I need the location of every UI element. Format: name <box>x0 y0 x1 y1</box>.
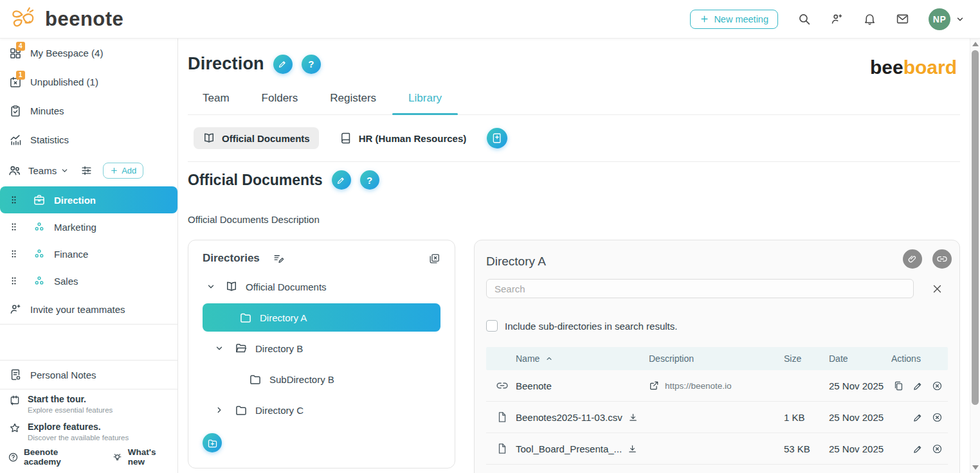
avatar[interactable]: NP <box>929 8 950 30</box>
chevron-right-icon[interactable] <box>215 406 224 415</box>
column-header-name[interactable]: Name <box>516 353 649 364</box>
scrollbar-down-arrow[interactable] <box>972 465 979 470</box>
invite-label: Invite your teammates <box>30 304 125 315</box>
table-row: Tool_Board_Presenta_... 53 KB 25 Nov 202… <box>486 433 948 465</box>
team-row-sales[interactable]: Sales <box>0 267 177 294</box>
external-link-icon[interactable] <box>649 380 659 391</box>
beenote-academy-link[interactable]: Beenote academy <box>8 447 90 467</box>
tree-row-directory-a[interactable]: Directory A <box>203 303 440 332</box>
library-item-label: HR (Human Resources) <box>359 133 467 144</box>
collapse-panel-icon[interactable] <box>428 253 440 265</box>
messages-mail-icon[interactable] <box>896 12 909 26</box>
pencil-icon <box>278 59 287 69</box>
edit-library-button[interactable] <box>332 170 351 190</box>
sidebar-item-my-beespace[interactable]: 4 My Beespace (4) <box>0 39 177 67</box>
book-plus-icon <box>491 132 503 144</box>
delete-button[interactable] <box>932 380 943 391</box>
tab-registers[interactable]: Registers <box>330 92 376 105</box>
team-help-button[interactable]: ? <box>302 55 321 74</box>
calendar-plus-icon <box>9 395 21 406</box>
library-help-button[interactable]: ? <box>360 170 379 190</box>
delete-button[interactable] <box>932 443 943 454</box>
attach-file-button[interactable] <box>903 249 922 269</box>
team-row-direction[interactable]: Direction <box>0 186 177 213</box>
search-input[interactable] <box>486 279 914 298</box>
delete-button[interactable] <box>932 412 943 423</box>
edit-button[interactable] <box>912 412 923 423</box>
top-bar-actions: New meeting NP <box>690 8 980 30</box>
tree-row-subdirectory-b[interactable]: SubDirectory B <box>203 364 440 395</box>
notifications-bell-icon[interactable] <box>863 12 876 26</box>
add-library-button[interactable] <box>487 128 507 148</box>
whats-new-label: What's new <box>128 447 170 467</box>
bee-logo-icon <box>9 6 39 33</box>
include-subdirectories-checkbox[interactable] <box>486 320 498 332</box>
tab-library[interactable]: Library <box>408 92 442 105</box>
sidebar-item-unpublished[interactable]: 1 Unpublished (1) <box>0 67 177 96</box>
library-chip-label: Official Documents <box>222 133 310 144</box>
add-directory-button[interactable] <box>203 433 222 452</box>
folder-open-icon <box>235 342 248 355</box>
start-tour-item[interactable]: Start the tour. Explore essential featur… <box>0 389 177 417</box>
beenote-logo[interactable]: beenote <box>0 6 123 33</box>
tree-row-directory-b[interactable]: Directory B <box>203 333 440 364</box>
scrollbar-thumb[interactable] <box>972 50 979 405</box>
invite-teammates-item[interactable]: Invite your teammates <box>0 294 177 324</box>
drag-handle-icon[interactable] <box>9 275 19 287</box>
unpublished-badge: 1 <box>16 71 25 80</box>
personal-notes-item[interactable]: Personal Notes <box>0 361 177 389</box>
edit-button[interactable] <box>912 443 923 454</box>
sidebar-item-minutes[interactable]: Minutes <box>0 96 177 125</box>
search-icon[interactable] <box>797 12 811 26</box>
teams-chevron-icon[interactable] <box>60 166 69 175</box>
tree-row-official-documents[interactable]: Official Documents <box>203 271 440 302</box>
chevron-down-icon[interactable] <box>206 282 215 291</box>
whats-new-link[interactable]: What's new <box>112 447 170 467</box>
scrollbar-up-arrow[interactable] <box>972 42 979 46</box>
team-row-marketing[interactable]: Marketing <box>0 213 177 240</box>
tab-folders[interactable]: Folders <box>262 92 298 105</box>
new-meeting-button[interactable]: New meeting <box>690 10 778 29</box>
download-icon[interactable] <box>628 413 638 422</box>
add-team-button[interactable]: Add <box>103 163 143 179</box>
document-name: Beenote <box>516 380 552 391</box>
tab-team[interactable]: Team <box>203 92 230 105</box>
file-icon <box>496 443 508 454</box>
edit-directories-icon[interactable] <box>273 253 285 265</box>
main-content: beeboard Direction ? Team Folders Regist… <box>178 39 970 473</box>
statistics-chart-icon <box>9 134 22 147</box>
column-header-date: Date <box>829 353 891 364</box>
document-size: 1 KB <box>784 412 829 423</box>
add-user-icon[interactable] <box>830 12 844 26</box>
close-search-icon[interactable] <box>932 283 943 294</box>
add-link-button[interactable] <box>932 249 952 269</box>
org-dots-icon <box>33 220 46 233</box>
document-date: 25 Nov 2025 <box>829 412 891 423</box>
briefcase-icon <box>33 193 46 206</box>
teams-label[interactable]: Teams <box>28 165 57 176</box>
document-url: https://beenote.io <box>665 381 732 391</box>
new-meeting-label: New meeting <box>714 14 768 24</box>
vertical-scrollbar <box>970 39 980 473</box>
checkbox-label: Include sub-directories in search result… <box>505 321 677 332</box>
edit-team-button[interactable] <box>273 55 293 74</box>
chevron-down-icon[interactable] <box>215 344 224 353</box>
user-menu[interactable]: NP <box>929 8 965 30</box>
download-icon[interactable] <box>628 444 637 454</box>
personal-notes-label: Personal Notes <box>30 370 96 380</box>
copy-button[interactable] <box>893 380 904 391</box>
team-row-finance[interactable]: Finance <box>0 240 177 267</box>
library-chip-official-documents[interactable]: Official Documents <box>194 127 319 149</box>
explore-features-item[interactable]: Explore features. Discover the available… <box>0 417 177 445</box>
drag-handle-icon[interactable] <box>9 248 19 260</box>
sidebar-item-statistics[interactable]: Statistics <box>0 125 177 154</box>
drag-handle-icon[interactable] <box>9 194 19 206</box>
link-icon <box>937 254 947 264</box>
edit-button[interactable] <box>912 380 923 391</box>
beeboard-watermark: beeboard <box>870 57 957 78</box>
star-icon <box>9 422 21 434</box>
library-item-hr[interactable]: HR (Human Resources) <box>340 132 467 145</box>
drag-handle-icon[interactable] <box>9 221 19 233</box>
tree-row-directory-c[interactable]: Directory C <box>203 395 440 425</box>
teams-filter-sliders-icon[interactable] <box>80 165 93 177</box>
